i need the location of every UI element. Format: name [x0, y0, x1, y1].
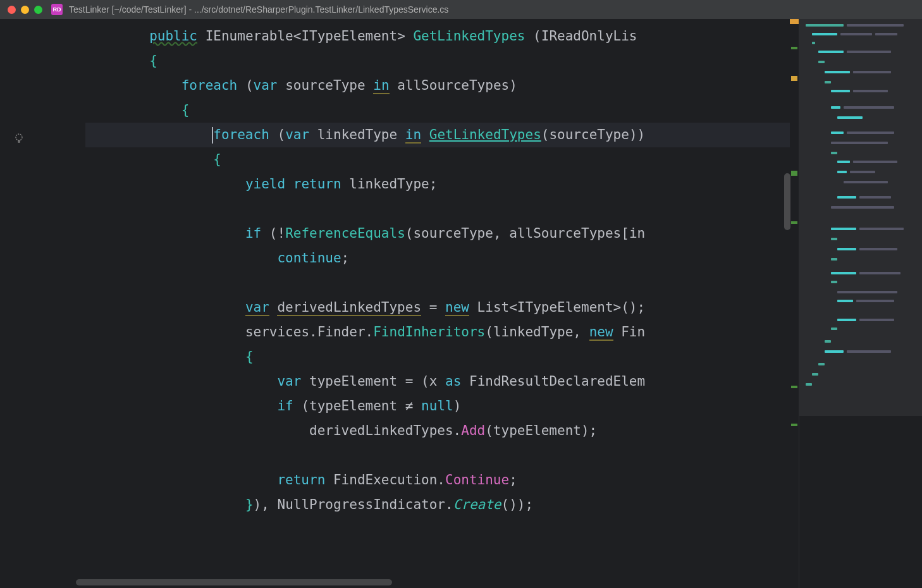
- editor[interactable]: − − − − − public IEnumerable<ITypeElemen…: [0, 19, 922, 588]
- minimap-block: [831, 142, 888, 144]
- code-line[interactable]: yield return linkedType;: [85, 172, 790, 197]
- analysis-status-icon[interactable]: [790, 19, 799, 24]
- minimap-block: [831, 258, 837, 260]
- code-line[interactable]: [85, 443, 790, 468]
- minimap-block: [837, 171, 847, 173]
- code-area[interactable]: public IEnumerable<ITypeElement> GetLink…: [54, 19, 790, 588]
- minimap-block: [859, 248, 897, 250]
- minimap-block: [825, 340, 831, 343]
- code-line[interactable]: continue;: [85, 246, 790, 271]
- minimap-block: [831, 281, 837, 283]
- minimap-block: [847, 51, 891, 53]
- minimap-block: [831, 132, 844, 134]
- minimap-block: [806, 24, 844, 27]
- code-line[interactable]: derivedLinkedTypes.Add(typeElement);: [85, 419, 790, 443]
- minimap-block: [859, 272, 900, 274]
- minimap-block: [859, 228, 904, 230]
- code-line[interactable]: {: [85, 147, 790, 172]
- minimap-block: [837, 116, 863, 119]
- minimap-block: [856, 300, 894, 302]
- code-line[interactable]: [85, 271, 790, 295]
- minimap-block: [831, 106, 840, 109]
- stripe-marker[interactable]: [791, 76, 797, 81]
- code-line[interactable]: return FindExecution.Continue;: [85, 468, 790, 493]
- minimap-block: [837, 319, 856, 321]
- minimap-block: [837, 291, 897, 293]
- app-icon: RD: [51, 4, 63, 15]
- stripe-marker[interactable]: [791, 221, 797, 224]
- gutter[interactable]: [0, 19, 54, 588]
- minimap-block: [818, 363, 825, 365]
- stripe-marker[interactable]: [791, 47, 797, 49]
- window-controls: [8, 6, 42, 14]
- minimap-block: [844, 181, 888, 183]
- minimap-block: [831, 206, 894, 209]
- code-line[interactable]: public IEnumerable<ITypeElement> GetLink…: [85, 24, 790, 49]
- minimap-block: [847, 350, 891, 353]
- minimap-block: [825, 71, 850, 73]
- svg-point-0: [16, 134, 22, 140]
- minimap-block: [859, 196, 891, 199]
- minimap-block: [812, 42, 815, 44]
- minimap-block: [806, 383, 812, 386]
- close-button[interactable]: [8, 6, 16, 14]
- minimap-block: [853, 90, 888, 92]
- code-line[interactable]: var typeElement = (x as FindResultDeclar…: [85, 369, 790, 394]
- maximize-button[interactable]: [34, 6, 42, 14]
- code-line[interactable]: foreach (var sourceType in allSourceType…: [85, 73, 790, 98]
- minimap-block: [847, 132, 894, 134]
- code-line[interactable]: [85, 517, 790, 542]
- minimap-block: [847, 24, 904, 27]
- code-line[interactable]: if (!ReferenceEquals(sourceType, allSour…: [85, 221, 790, 246]
- minimap-block: [850, 171, 875, 173]
- minimap-block: [818, 51, 844, 53]
- minimap-block: [875, 33, 897, 35]
- code-line[interactable]: var derivedLinkedTypes = new List<ITypeE…: [85, 295, 790, 320]
- minimap-block: [831, 90, 850, 92]
- minimap-block: [812, 373, 818, 376]
- horizontal-scrollbar[interactable]: [76, 579, 392, 585]
- minimap-block: [831, 328, 837, 330]
- code-line[interactable]: {: [85, 49, 790, 73]
- minimize-button[interactable]: [21, 6, 29, 14]
- minimap-block: [844, 106, 894, 109]
- minimap-block: [853, 71, 891, 73]
- minimap[interactable]: [799, 19, 922, 588]
- minimap-block: [831, 272, 856, 274]
- lightbulb-icon[interactable]: [13, 132, 25, 148]
- code-line[interactable]: foreach (var linkedType in GetLinkedType…: [85, 123, 790, 147]
- minimap-block: [831, 228, 856, 230]
- titlebar: RD TestLinker [~/code/TestLinker] - .../…: [0, 0, 922, 19]
- stripe-marker[interactable]: [791, 386, 797, 388]
- minimap-block: [825, 350, 844, 353]
- minimap-block: [812, 33, 837, 35]
- minimap-viewport[interactable]: [799, 19, 922, 416]
- error-stripe[interactable]: [790, 19, 799, 588]
- code-line[interactable]: {: [85, 98, 790, 123]
- code-line[interactable]: {: [85, 345, 790, 369]
- minimap-block: [853, 161, 897, 163]
- code-line[interactable]: }), NullProgressIndicator.Create());: [85, 493, 790, 517]
- stripe-marker[interactable]: [791, 171, 797, 176]
- code-line[interactable]: services.Finder.FindInheritors(linkedTyp…: [85, 320, 790, 345]
- minimap-block: [859, 319, 894, 321]
- minimap-block: [837, 161, 850, 163]
- minimap-block: [840, 33, 872, 35]
- vertical-scrollbar[interactable]: [784, 173, 790, 230]
- minimap-block: [825, 81, 831, 83]
- minimap-block: [837, 196, 856, 199]
- stripe-marker[interactable]: [791, 424, 797, 426]
- minimap-block: [818, 61, 825, 63]
- code-line[interactable]: if (typeElement ≠ null): [85, 394, 790, 419]
- minimap-block: [831, 238, 837, 240]
- minimap-block: [837, 248, 856, 250]
- code-line[interactable]: [85, 197, 790, 221]
- minimap-block: [831, 152, 837, 154]
- window-title: TestLinker [~/code/TestLinker] - .../src…: [69, 4, 448, 15]
- minimap-block: [837, 300, 853, 302]
